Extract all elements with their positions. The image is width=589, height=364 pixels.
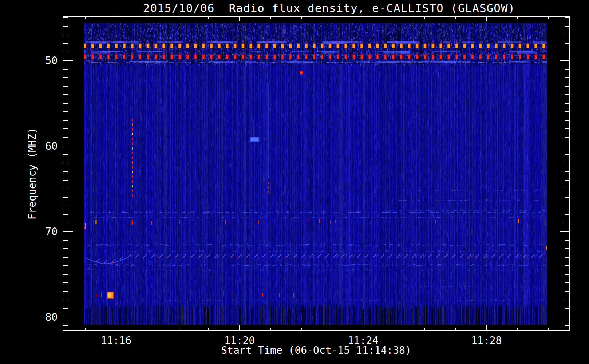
y-minor-tick bbox=[565, 223, 570, 223]
y-minor-tick bbox=[63, 103, 68, 104]
x-minor-tick bbox=[394, 328, 394, 331]
y-minor-tick bbox=[565, 265, 570, 266]
y-minor-tick bbox=[63, 69, 68, 70]
y-minor-tick bbox=[565, 137, 570, 138]
x-minor-tick bbox=[424, 16, 425, 19]
y-minor-tick bbox=[565, 308, 570, 309]
y-minor-tick bbox=[565, 189, 570, 189]
y-minor-tick bbox=[63, 206, 68, 206]
y-minor-tick bbox=[565, 52, 570, 52]
y-minor-tick bbox=[63, 35, 68, 35]
y-minor-tick bbox=[63, 120, 68, 121]
y-minor-tick bbox=[565, 69, 570, 70]
y-minor-tick bbox=[565, 240, 570, 241]
x-major-tick bbox=[239, 16, 240, 21]
y-minor-tick bbox=[565, 154, 570, 155]
spectrogram-canvas bbox=[84, 23, 547, 325]
y-minor-tick bbox=[63, 257, 68, 258]
x-minor-tick bbox=[332, 328, 332, 331]
y-major-tick bbox=[63, 317, 73, 317]
y-minor-tick bbox=[63, 154, 68, 155]
y-minor-tick bbox=[63, 137, 68, 138]
x-minor-tick bbox=[147, 16, 147, 19]
x-minor-tick bbox=[301, 328, 302, 331]
y-minor-tick bbox=[565, 86, 570, 87]
y-minor-tick bbox=[63, 163, 68, 163]
x-minor-tick bbox=[517, 328, 518, 331]
y-minor-tick bbox=[63, 43, 68, 44]
y-minor-tick bbox=[63, 300, 68, 300]
y-minor-tick bbox=[565, 214, 570, 215]
x-minor-tick bbox=[517, 16, 518, 19]
x-major-tick bbox=[239, 325, 240, 331]
y-minor-tick bbox=[63, 189, 68, 189]
x-minor-tick bbox=[178, 328, 178, 331]
y-minor-tick bbox=[63, 248, 68, 249]
x-minor-tick bbox=[85, 328, 86, 331]
y-minor-tick bbox=[63, 265, 68, 266]
y-minor-tick bbox=[63, 197, 68, 198]
y-minor-tick bbox=[565, 17, 570, 18]
y-minor-tick bbox=[565, 291, 570, 292]
y-minor-tick bbox=[63, 282, 68, 283]
spectrogram-window: 2015/10/06 Radio flux density, e-CALLIST… bbox=[0, 0, 589, 364]
y-minor-tick bbox=[63, 111, 68, 112]
x-minor-tick bbox=[548, 16, 549, 19]
y-major-tick bbox=[63, 60, 73, 61]
x-major-tick bbox=[116, 325, 116, 331]
y-minor-tick bbox=[63, 223, 68, 223]
x-minor-tick bbox=[147, 328, 147, 331]
y-minor-tick bbox=[565, 180, 570, 181]
y-minor-tick bbox=[565, 35, 570, 35]
y-minor-tick bbox=[565, 171, 570, 172]
y-minor-tick bbox=[63, 17, 68, 18]
y-minor-tick bbox=[63, 180, 68, 181]
y-minor-tick bbox=[565, 43, 570, 44]
y-minor-tick bbox=[565, 94, 570, 95]
y-minor-tick bbox=[565, 103, 570, 104]
y-minor-tick bbox=[565, 128, 570, 129]
y-major-tick bbox=[63, 231, 73, 232]
x-minor-tick bbox=[85, 16, 86, 19]
y-minor-tick bbox=[63, 274, 68, 275]
x-minor-tick bbox=[208, 16, 209, 19]
y-minor-tick bbox=[63, 214, 68, 215]
y-minor-tick bbox=[63, 128, 68, 129]
y-minor-tick bbox=[63, 171, 68, 172]
y-major-tick bbox=[560, 146, 570, 146]
y-minor-tick bbox=[565, 120, 570, 121]
y-major-tick bbox=[63, 146, 73, 146]
y-minor-tick bbox=[565, 300, 570, 300]
y-minor-tick bbox=[565, 163, 570, 163]
y-minor-tick bbox=[63, 77, 68, 78]
x-major-tick bbox=[486, 16, 487, 21]
x-minor-tick bbox=[455, 16, 456, 19]
y-minor-tick bbox=[565, 325, 570, 326]
y-minor-tick bbox=[565, 257, 570, 258]
y-minor-tick bbox=[63, 26, 68, 27]
x-minor-tick bbox=[332, 16, 332, 19]
x-major-tick bbox=[363, 16, 363, 21]
x-minor-tick bbox=[270, 328, 271, 331]
x-minor-tick bbox=[178, 16, 178, 19]
y-minor-tick bbox=[63, 94, 68, 95]
y-minor-tick bbox=[63, 291, 68, 292]
y-minor-tick bbox=[565, 197, 570, 198]
y-minor-tick bbox=[565, 77, 570, 78]
y-major-tick bbox=[560, 231, 570, 232]
x-major-tick bbox=[486, 325, 487, 331]
y-major-tick bbox=[560, 60, 570, 61]
x-major-tick bbox=[363, 325, 363, 331]
x-minor-tick bbox=[208, 328, 209, 331]
x-minor-tick bbox=[424, 328, 425, 331]
y-minor-tick bbox=[63, 308, 68, 309]
x-minor-tick bbox=[270, 16, 271, 19]
y-minor-tick bbox=[63, 240, 68, 241]
y-tick-label: 80 bbox=[25, 311, 58, 323]
y-axis-title: Frequency (MHZ) bbox=[26, 96, 39, 251]
x-minor-tick bbox=[548, 328, 549, 331]
y-minor-tick bbox=[565, 282, 570, 283]
y-minor-tick bbox=[63, 86, 68, 87]
y-minor-tick bbox=[565, 111, 570, 112]
y-minor-tick bbox=[63, 52, 68, 52]
